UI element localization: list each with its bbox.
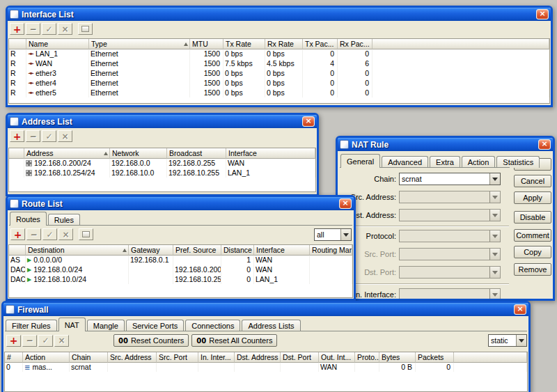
disable-button[interactable]: × [58,130,72,142]
name-column-header[interactable]: Name [26,39,89,49]
tab-advanced[interactable]: Advanced [382,156,428,168]
close-icon[interactable]: × [339,198,352,209]
dst-port-combo[interactable] [399,266,501,279]
in-interface-column-header[interactable]: In. Inter... [198,352,235,363]
num-column-header[interactable]: # [5,352,23,363]
address-column-header[interactable]: Address [24,148,110,159]
dst-address-dropdown-button[interactable] [489,210,500,221]
gateway-column-header[interactable]: Gateway [129,245,173,256]
chain-dropdown-button[interactable] [489,173,500,185]
add-button[interactable]: + [10,130,24,142]
src-address-dropdown-button[interactable] [489,191,500,203]
remove-button[interactable]: − [22,335,37,347]
enable-button[interactable]: ✓ [42,228,57,240]
protocol-dropdown-button[interactable] [489,230,500,242]
comment-button[interactable]: Comment [514,229,551,242]
mtu-column-header[interactable]: MTU [190,39,223,49]
dst-address-column-header[interactable]: Dst. Address [235,352,281,363]
route-list-titlebar[interactable]: Route List × [8,197,354,210]
rx-rate-column-header[interactable]: Rx Rate [265,39,303,49]
tab-mangle[interactable]: Mangle [87,320,125,331]
pref-source-column-header[interactable]: Pref. Source [173,245,221,256]
disable-button[interactable]: × [58,23,72,35]
enable-button[interactable]: ✓ [42,23,56,35]
tx-pac-column-header[interactable]: Tx Pac... [303,39,338,49]
add-button[interactable]: + [10,228,25,240]
close-icon[interactable]: × [302,116,315,127]
filter-button[interactable] [78,23,93,35]
tab-general[interactable]: General [340,154,380,168]
distance-column-header[interactable]: Distance [221,245,254,256]
tab-rules[interactable]: Rules [48,214,80,226]
src-address-column-header[interactable]: Src. Address [108,352,157,363]
remove-button[interactable]: − [26,23,40,35]
enable-button[interactable]: ✓ [38,335,53,347]
dst-port-column-header[interactable]: Dst. Port [281,352,319,363]
add-button[interactable]: + [6,335,21,347]
network-column-header[interactable]: Network [110,148,167,159]
src-port-dropdown-button[interactable] [489,249,500,260]
src-port-combo[interactable] [399,248,501,260]
filter-button[interactable] [79,228,93,240]
out-interface-column-header[interactable]: Out. Int... [319,352,355,363]
dst-port-dropdown-button[interactable] [489,267,500,278]
reset-all-counters-button[interactable]: 00 Reset All Counters [191,334,277,347]
destination-column-header[interactable]: Destination [26,245,129,256]
flags-column-header[interactable] [9,245,26,256]
tab-nat[interactable]: NAT [58,317,86,331]
destination-cell: ▶0.0.0.0/0 [26,255,129,265]
routing-mark-column-header[interactable]: Routing Mark [310,245,352,256]
tx-rate-column-header[interactable]: Tx Rate [223,39,265,49]
protocol-combo[interactable] [399,230,501,242]
protocol-column-header[interactable]: Proto... [355,352,379,363]
tab-filter-rules[interactable]: Filter Rules [6,320,57,331]
address-list-titlebar[interactable]: Address List × [8,115,317,128]
tab-service-ports[interactable]: Service Ports [126,320,184,331]
disable-button[interactable]: Disable [514,211,551,224]
close-icon[interactable]: × [514,304,526,315]
close-icon[interactable]: × [538,139,551,150]
bytes-column-header[interactable]: Bytes [379,352,416,363]
type-column-header[interactable]: Type [89,39,190,49]
remove-button[interactable]: Remove [514,263,551,276]
route-filter-dropdown-button[interactable] [340,229,351,240]
apply-button[interactable]: Apply [514,191,551,204]
disable-button[interactable]: × [54,335,69,347]
tab-address-lists[interactable]: Address Lists [242,320,300,331]
route-filter-combo[interactable]: all [314,228,352,241]
rx-pac-column-header[interactable]: Rx Pac... [338,39,372,49]
disable-button[interactable]: × [58,228,73,240]
add-button[interactable]: + [10,23,24,35]
broadcast-column-header[interactable]: Broadcast [167,148,226,159]
in-interface-dropdown-button[interactable] [489,289,500,300]
tab-action[interactable]: Action [462,156,496,168]
firewall-filter-dropdown-button[interactable] [516,335,526,346]
firewall-filter-combo[interactable]: static [488,334,527,347]
remove-button[interactable]: − [26,228,41,240]
interface-column-header[interactable]: Interface [254,245,310,256]
remove-button[interactable]: − [26,130,40,142]
src-address-combo[interactable] [399,191,501,203]
enable-button[interactable]: ✓ [42,130,56,142]
packets-column-header[interactable]: Packets [416,352,454,363]
nat-rule-titlebar[interactable]: NAT Rule × [338,138,553,151]
firewall-titlebar[interactable]: Firewall × [3,303,528,316]
chain-column-header[interactable]: Chain [70,352,108,363]
reset-counters-button[interactable]: 00 Reset Counters [113,334,189,347]
dst-address-combo[interactable] [399,209,501,221]
tab-connections[interactable]: Connections [185,320,240,331]
src-port-column-header[interactable]: Src. Port [157,352,198,363]
flags-column-header[interactable] [9,148,24,159]
tab-extra[interactable]: Extra [430,156,460,168]
copy-button[interactable]: Copy [514,246,551,258]
cancel-button[interactable]: Cancel [514,175,551,187]
tab-routes[interactable]: Routes [10,212,47,226]
action-column-header[interactable]: Action [23,352,70,363]
close-icon[interactable]: × [536,9,549,19]
tab-statistics[interactable]: Statistics [496,156,540,168]
in-interface-combo[interactable] [399,288,501,301]
flags-column-header[interactable] [9,39,26,49]
interface-list-titlebar[interactable]: Interface List × [8,8,551,21]
chain-combo[interactable]: scrnat [399,173,501,185]
interface-column-header[interactable]: Interface [226,148,315,159]
